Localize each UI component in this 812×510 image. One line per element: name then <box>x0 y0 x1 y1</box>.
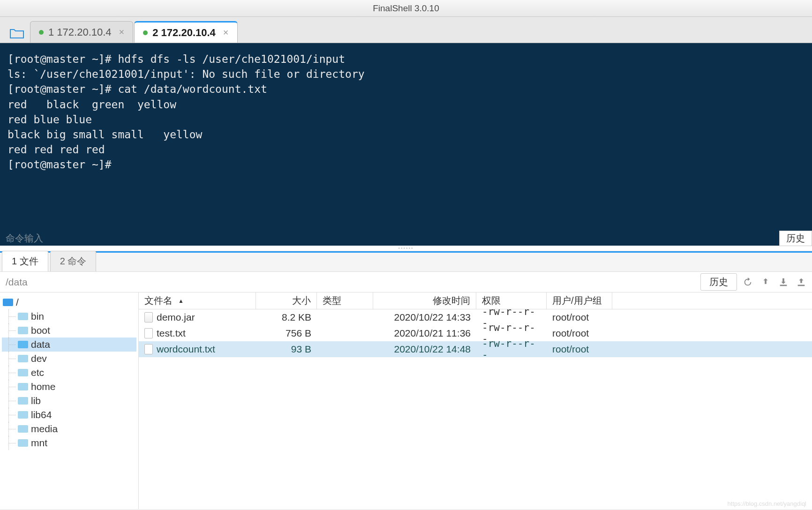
tree-label: dev <box>31 353 47 364</box>
bottom-tabbar: 1 文件 2 命令 <box>0 251 812 272</box>
file-size: 8.2 KB <box>256 312 317 323</box>
tab-files[interactable]: 1 文件 <box>2 251 48 271</box>
tree-label: data <box>31 339 50 350</box>
download-icon[interactable] <box>776 275 790 289</box>
folder-icon <box>18 369 28 376</box>
tree-item[interactable]: dev <box>2 352 136 366</box>
file-list: 文件名▲ 大小 类型 修改时间 权限 用户/用户组 demo.jar8.2 KB… <box>139 292 812 509</box>
file-date: 2020/10/21 11:36 <box>373 328 476 339</box>
command-input-bar: 命令输入 历史 <box>0 231 812 246</box>
tree-item[interactable]: etc <box>2 366 136 380</box>
path-input[interactable] <box>4 275 697 290</box>
tree-item[interactable]: boot <box>2 323 136 338</box>
file-browser: / binbootdatadevetchomeliblib64mediamnt … <box>0 292 812 509</box>
tree-label: bin <box>31 311 44 322</box>
watermark: https://blog.csdn.net/yangdiql <box>728 500 806 507</box>
tab-label: 1 172.20.10.4 <box>48 26 112 38</box>
file-name: demo.jar <box>157 312 195 323</box>
file-name: test.txt <box>157 328 186 339</box>
file-icon <box>144 328 153 338</box>
header-size[interactable]: 大小 <box>256 292 317 309</box>
folder-icon <box>18 439 28 447</box>
header-type[interactable]: 类型 <box>317 292 373 309</box>
window-titlebar: FinalShell 3.0.10 <box>0 0 812 17</box>
session-tab-1[interactable]: 1 172.20.10.4 × <box>30 21 133 43</box>
folder-icon <box>18 383 28 390</box>
tab-commands[interactable]: 2 命令 <box>50 251 97 271</box>
tab-label: 2 172.20.10.4 <box>152 27 216 39</box>
file-date: 2020/10/22 14:33 <box>373 312 476 323</box>
window-title: FinalShell 3.0.10 <box>373 3 439 14</box>
file-size: 756 B <box>256 328 317 339</box>
file-date: 2020/10/22 14:48 <box>373 344 476 355</box>
header-user[interactable]: 用户/用户组 <box>547 292 612 309</box>
terminal-output[interactable]: [root@master ~]# hdfs dfs -ls /user/che1… <box>0 43 812 231</box>
file-size: 93 B <box>256 344 317 355</box>
folder-icon <box>18 425 28 433</box>
folder-icon <box>18 313 28 320</box>
upload-icon[interactable] <box>759 275 773 289</box>
status-dot-icon <box>143 30 148 35</box>
directory-tree[interactable]: / binbootdatadevetchomeliblib64mediamnt <box>0 292 139 509</box>
command-input[interactable]: 命令输入 <box>0 232 779 245</box>
folder-icon <box>18 327 28 334</box>
tree-label: boot <box>31 325 50 336</box>
tree-item[interactable]: bin <box>2 309 136 323</box>
header-date[interactable]: 修改时间 <box>373 292 476 309</box>
tree-label: / <box>16 297 19 308</box>
tree-label: etc <box>31 367 44 378</box>
file-name: wordcount.txt <box>157 344 215 355</box>
tree-label: home <box>31 381 56 392</box>
file-user: root/root <box>547 344 612 355</box>
upload-folder-icon[interactable] <box>794 275 808 289</box>
folder-icon <box>18 355 28 362</box>
tree-root[interactable]: / <box>2 295 136 309</box>
file-icon <box>144 344 153 354</box>
table-row[interactable]: test.txt756 B2020/10/21 11:36-rw-r--r--r… <box>139 325 812 341</box>
refresh-icon[interactable] <box>741 275 755 289</box>
status-dot-icon <box>39 30 44 35</box>
file-list-header: 文件名▲ 大小 类型 修改时间 权限 用户/用户组 <box>139 292 812 309</box>
path-toolbar: 历史 <box>0 272 812 292</box>
table-row[interactable]: wordcount.txt93 B2020/10/22 14:48-rw-r--… <box>139 341 812 357</box>
header-name[interactable]: 文件名▲ <box>139 292 256 309</box>
pane-resizer[interactable]: •••••• <box>0 246 812 251</box>
path-history-button[interactable]: 历史 <box>700 273 737 291</box>
session-tab-2[interactable]: 2 172.20.10.4 × <box>134 21 237 43</box>
tree-item[interactable]: lib64 <box>2 408 136 422</box>
history-button[interactable]: 历史 <box>779 231 812 246</box>
file-icon <box>144 312 153 322</box>
table-row[interactable]: demo.jar8.2 KB2020/10/22 14:33-rw-r--r--… <box>139 309 812 325</box>
tree-item[interactable]: lib <box>2 394 136 408</box>
close-icon[interactable]: × <box>119 27 125 38</box>
tree-label: lib64 <box>31 409 52 420</box>
tree-label: mnt <box>31 437 47 449</box>
sort-asc-icon: ▲ <box>178 298 184 304</box>
file-user: root/root <box>547 312 612 323</box>
folder-icon <box>18 397 28 405</box>
folder-icon <box>18 341 28 348</box>
file-perm: -rw-r--r-- <box>476 338 547 360</box>
tree-label: media <box>31 423 58 435</box>
file-user: root/root <box>547 328 612 339</box>
folder-icon <box>18 411 28 419</box>
close-icon[interactable]: × <box>223 27 229 38</box>
open-folder-button[interactable] <box>4 24 30 43</box>
tree-item[interactable]: media <box>2 422 136 436</box>
tree-item[interactable]: data <box>2 338 136 352</box>
tree-item[interactable]: home <box>2 380 136 394</box>
tree-item[interactable]: mnt <box>2 436 136 450</box>
folder-icon <box>3 299 13 306</box>
tree-label: lib <box>31 395 41 406</box>
session-tabbar: 1 172.20.10.4 × 2 172.20.10.4 × <box>0 17 812 43</box>
